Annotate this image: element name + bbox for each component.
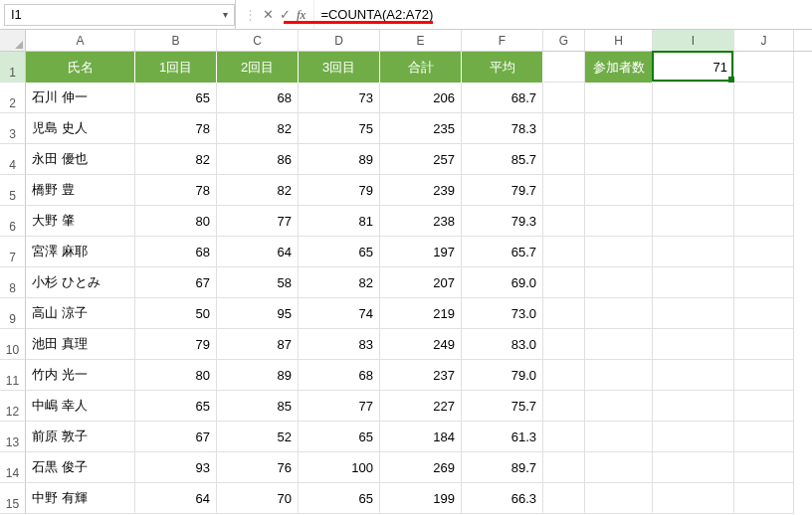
cell-round3[interactable]: 79 xyxy=(299,175,380,206)
cell-empty[interactable] xyxy=(734,237,794,267)
cell-avg[interactable]: 69.0 xyxy=(462,267,543,298)
cell-total[interactable]: 207 xyxy=(380,267,462,298)
cell-empty[interactable] xyxy=(734,175,794,206)
cell-round1[interactable]: 67 xyxy=(135,422,217,452)
cell-avg[interactable]: 89.7 xyxy=(462,452,543,483)
cell-round3[interactable]: 82 xyxy=(299,267,380,298)
cell-round3[interactable]: 65 xyxy=(299,483,380,514)
row-header[interactable]: 4 xyxy=(0,144,26,175)
cell-empty[interactable] xyxy=(734,83,794,113)
cell-name[interactable]: 児島 史人 xyxy=(26,113,135,144)
col-title-total[interactable]: 合計 xyxy=(380,52,462,83)
cell-empty[interactable] xyxy=(585,237,653,267)
cell-round1[interactable]: 80 xyxy=(135,206,217,237)
cell-total[interactable]: 239 xyxy=(380,175,462,206)
cell-name[interactable]: 永田 優也 xyxy=(26,144,135,175)
cell-empty[interactable] xyxy=(653,483,734,514)
cell-total[interactable]: 257 xyxy=(380,144,462,175)
cell-name[interactable]: 宮澤 麻耶 xyxy=(26,237,135,267)
cell-avg[interactable]: 75.7 xyxy=(462,391,543,422)
cell-total[interactable]: 238 xyxy=(380,206,462,237)
active-cell-I1[interactable]: 71 xyxy=(653,52,734,83)
col-header-G[interactable]: G xyxy=(543,30,585,51)
col-header-I[interactable]: I xyxy=(653,30,734,51)
cell-avg[interactable]: 79.7 xyxy=(462,175,543,206)
cell-round3[interactable]: 73 xyxy=(299,83,380,113)
cell-empty[interactable] xyxy=(585,144,653,175)
cell-name[interactable]: 小杉 ひとみ xyxy=(26,267,135,298)
cell-round1[interactable]: 65 xyxy=(135,83,217,113)
cell-empty[interactable] xyxy=(543,237,585,267)
cell-avg[interactable]: 83.0 xyxy=(462,329,543,360)
cell-empty[interactable] xyxy=(585,452,653,483)
cell-name[interactable]: 大野 肇 xyxy=(26,206,135,237)
cell-name[interactable]: 中嶋 幸人 xyxy=(26,391,135,422)
cell-avg[interactable]: 78.3 xyxy=(462,113,543,144)
cell-round2[interactable]: 85 xyxy=(217,391,299,422)
cell-round1[interactable]: 50 xyxy=(135,298,217,329)
cell-round1[interactable]: 67 xyxy=(135,267,217,298)
cell-round3[interactable]: 65 xyxy=(299,237,380,267)
name-box[interactable]: I1 ▾ xyxy=(4,4,235,26)
cell-round3[interactable]: 68 xyxy=(299,360,380,391)
row-header[interactable]: 7 xyxy=(0,237,26,267)
col-title-round1[interactable]: 1回目 xyxy=(135,52,217,83)
cell-round1[interactable]: 65 xyxy=(135,391,217,422)
col-header-D[interactable]: D xyxy=(299,30,380,51)
col-title-round3[interactable]: 3回目 xyxy=(299,52,380,83)
row-header[interactable]: 5 xyxy=(0,175,26,206)
cell-total[interactable]: 249 xyxy=(380,329,462,360)
col-title-name[interactable]: 氏名 xyxy=(26,52,135,83)
cell-total[interactable]: 199 xyxy=(380,483,462,514)
cell-empty[interactable] xyxy=(585,267,653,298)
cell-G1[interactable] xyxy=(543,52,585,83)
cell-empty[interactable] xyxy=(734,452,794,483)
cell-empty[interactable] xyxy=(653,113,734,144)
cell-total[interactable]: 197 xyxy=(380,237,462,267)
cell-empty[interactable] xyxy=(543,298,585,329)
cell-empty[interactable] xyxy=(653,360,734,391)
cell-empty[interactable] xyxy=(653,237,734,267)
cell-round2[interactable]: 76 xyxy=(217,452,299,483)
cell-empty[interactable] xyxy=(653,329,734,360)
cell-empty[interactable] xyxy=(653,144,734,175)
cell-empty[interactable] xyxy=(585,391,653,422)
cell-empty[interactable] xyxy=(543,483,585,514)
cell-empty[interactable] xyxy=(585,298,653,329)
cell-empty[interactable] xyxy=(653,267,734,298)
cell-empty[interactable] xyxy=(734,483,794,514)
col-header-E[interactable]: E xyxy=(380,30,462,51)
col-header-A[interactable]: A xyxy=(26,30,135,51)
col-header-B[interactable]: B xyxy=(135,30,217,51)
cell-round2[interactable]: 95 xyxy=(217,298,299,329)
cell-round2[interactable]: 68 xyxy=(217,83,299,113)
cell-empty[interactable] xyxy=(543,422,585,452)
cell-name[interactable]: 中野 有輝 xyxy=(26,483,135,514)
row-header[interactable]: 13 xyxy=(0,422,26,452)
col-header-C[interactable]: C xyxy=(217,30,299,51)
cell-empty[interactable] xyxy=(734,391,794,422)
cell-round2[interactable]: 64 xyxy=(217,237,299,267)
cell-empty[interactable] xyxy=(543,391,585,422)
cell-empty[interactable] xyxy=(543,144,585,175)
cell-total[interactable]: 237 xyxy=(380,360,462,391)
cell-empty[interactable] xyxy=(653,206,734,237)
col-title-participants[interactable]: 参加者数 xyxy=(585,52,653,83)
formula-input[interactable]: =COUNTA(A2:A72) xyxy=(314,0,812,29)
row-header[interactable]: 10 xyxy=(0,329,26,360)
cell-avg[interactable]: 73.0 xyxy=(462,298,543,329)
cell-empty[interactable] xyxy=(734,206,794,237)
cell-round1[interactable]: 82 xyxy=(135,144,217,175)
cell-empty[interactable] xyxy=(734,329,794,360)
cell-name[interactable]: 竹内 光一 xyxy=(26,360,135,391)
cancel-icon[interactable]: ✕ xyxy=(263,7,274,22)
cell-round2[interactable]: 58 xyxy=(217,267,299,298)
cell-round1[interactable]: 68 xyxy=(135,237,217,267)
cell-avg[interactable]: 68.7 xyxy=(462,83,543,113)
cell-empty[interactable] xyxy=(585,83,653,113)
cell-empty[interactable] xyxy=(585,206,653,237)
cell-empty[interactable] xyxy=(543,360,585,391)
cell-round2[interactable]: 86 xyxy=(217,144,299,175)
cell-empty[interactable] xyxy=(585,329,653,360)
row-header[interactable]: 11 xyxy=(0,360,26,391)
